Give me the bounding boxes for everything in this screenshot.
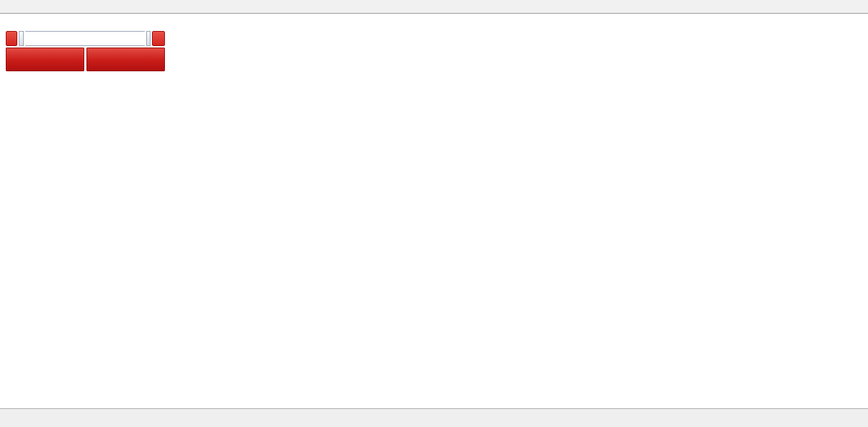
tab-scroll-arrows: [854, 409, 861, 427]
volume-down-button[interactable]: [19, 31, 23, 46]
one-click-trade-widget: [6, 31, 165, 71]
volume-up-button[interactable]: [146, 31, 151, 46]
chart-tab-bar: [0, 408, 868, 427]
sell-price-box[interactable]: [6, 48, 84, 71]
timeframe-toolbar: [0, 0, 868, 14]
sell-button[interactable]: [6, 31, 17, 46]
buy-price-box[interactable]: [86, 48, 165, 71]
buy-button[interactable]: [152, 31, 165, 46]
volume-input[interactable]: [25, 31, 145, 46]
trading-platform-window: [0, 0, 868, 427]
